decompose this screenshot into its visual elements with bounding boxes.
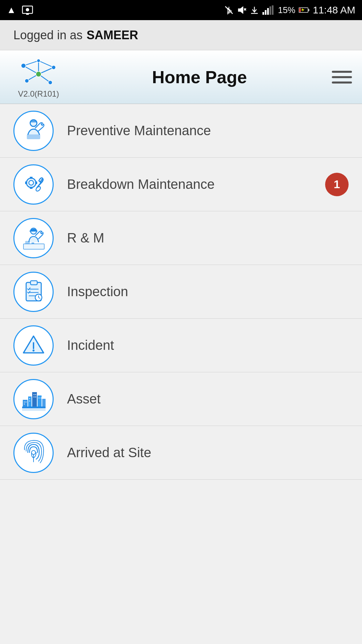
logged-in-label: Logged in as (13, 28, 82, 42)
bm-icon (19, 170, 48, 199)
pm-label: Preventive Maintenance (67, 123, 349, 138)
svg-rect-14 (308, 9, 309, 11)
bm-label: Breakdown Maintenance (67, 177, 322, 192)
svg-marker-4 (238, 7, 243, 13)
menu-item-preventive-maintenance[interactable]: Preventive Maintenance (0, 104, 362, 158)
svg-rect-41 (25, 241, 29, 244)
menu-item-incident[interactable]: Incident (0, 319, 362, 372)
sound-muted-icon (237, 5, 246, 15)
hamburger-menu[interactable] (332, 71, 352, 84)
asset-icon-circle (13, 379, 54, 419)
svg-point-37 (35, 186, 41, 192)
arrived-label: Arrived at Site (67, 445, 349, 460)
svg-rect-64 (34, 394, 35, 395)
rm-icon (19, 224, 48, 252)
rm-icon-circle (13, 218, 54, 258)
inspection-icon-circle (13, 272, 54, 312)
asset-label: Asset (67, 391, 349, 407)
svg-rect-10 (267, 8, 269, 15)
svg-rect-15 (299, 8, 301, 12)
inspection-label: Inspection (67, 284, 349, 299)
menu-line-2 (332, 76, 352, 78)
menu-line-3 (332, 82, 352, 84)
pm-icon-circle (13, 111, 54, 151)
menu-item-asset[interactable]: Asset (0, 372, 362, 426)
svg-point-27 (25, 79, 29, 83)
signal-icon (262, 5, 275, 15)
svg-rect-62 (29, 398, 30, 399)
app-header: V2.0(R101) Home Page (0, 50, 362, 104)
svg-rect-67 (35, 396, 36, 397)
battery-icon (299, 7, 309, 13)
svg-point-26 (48, 80, 52, 85)
svg-point-32 (29, 180, 34, 185)
menu-item-arrived-at-site[interactable]: Arrived at Site (0, 426, 362, 480)
svg-rect-33 (30, 177, 33, 179)
rm-label: R & M (67, 230, 349, 246)
app-logo (17, 56, 60, 93)
menu-item-rm[interactable]: R & M (0, 211, 362, 265)
svg-rect-11 (269, 6, 271, 15)
svg-point-28 (37, 59, 40, 62)
svg-rect-70 (22, 408, 46, 411)
status-bar: ▲ (0, 0, 362, 20)
svg-rect-40 (23, 244, 44, 249)
svg-rect-35 (25, 181, 27, 184)
svg-rect-53 (22, 407, 46, 408)
asset-icon (19, 385, 48, 413)
download-icon (250, 5, 259, 15)
svg-rect-54 (23, 400, 27, 407)
svg-rect-2 (26, 13, 29, 15)
status-left-icons: ▲ (7, 4, 34, 16)
arrived-icon (19, 438, 48, 467)
status-right-icons: 15% 11:48 AM (224, 4, 355, 16)
menu-list: Preventive Maintenance Breakdown Mainten… (0, 104, 362, 480)
svg-rect-34 (30, 187, 33, 189)
version-label: V2.0(R101) (18, 89, 59, 99)
svg-rect-63 (29, 400, 30, 401)
login-bar: Logged in as SAMEER (0, 20, 362, 50)
svg-point-25 (52, 65, 56, 69)
incident-icon (19, 331, 48, 360)
bm-icon-circle (13, 164, 54, 205)
menu-item-inspection[interactable]: Inspection (0, 265, 362, 319)
svg-rect-68 (39, 397, 40, 398)
incident-label: Incident (67, 338, 349, 353)
svg-rect-9 (265, 10, 266, 15)
pm-icon (19, 116, 48, 145)
svg-rect-59 (24, 401, 25, 402)
svg-rect-69 (41, 397, 42, 398)
svg-point-23 (36, 71, 41, 77)
menu-line-1 (332, 71, 352, 73)
svg-rect-61 (24, 404, 25, 405)
location-icon: ▲ (7, 5, 16, 15)
screen-record-icon (21, 4, 34, 16)
svg-rect-58 (42, 399, 46, 407)
svg-line-22 (39, 61, 54, 67)
svg-rect-30 (27, 135, 40, 139)
page-title: Home Page (67, 67, 332, 87)
svg-rect-60 (25, 401, 26, 402)
inspection-icon (19, 277, 48, 306)
bluetooth-muted-icon (224, 5, 234, 15)
arrived-icon-circle (13, 433, 54, 473)
svg-rect-57 (38, 395, 42, 407)
menu-item-breakdown-maintenance[interactable]: Breakdown Maintenance 1 (0, 158, 362, 211)
username-display: SAMEER (86, 28, 138, 42)
svg-point-52 (33, 350, 35, 352)
svg-rect-66 (34, 396, 35, 397)
logo-area: V2.0(R101) (10, 56, 67, 99)
battery-percent: 15% (278, 5, 295, 15)
svg-rect-42 (32, 243, 34, 244)
svg-rect-8 (262, 12, 264, 15)
incident-icon-circle (13, 325, 54, 366)
svg-point-71 (32, 450, 36, 454)
svg-rect-65 (35, 394, 36, 395)
svg-point-24 (21, 63, 26, 68)
svg-rect-12 (272, 5, 274, 15)
svg-rect-36 (35, 181, 37, 184)
svg-point-1 (26, 8, 29, 11)
bm-badge: 1 (325, 173, 349, 196)
time-display: 11:48 AM (313, 4, 355, 16)
svg-rect-44 (31, 281, 37, 285)
